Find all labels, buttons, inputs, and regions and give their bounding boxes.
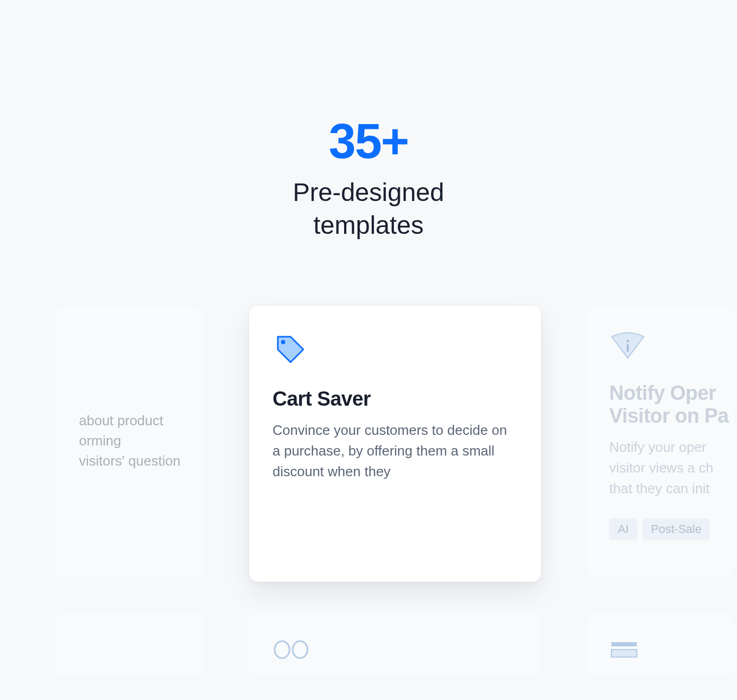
badge-ai: AI <box>609 518 637 540</box>
template-cards-row-2 <box>0 614 737 677</box>
svg-point-3 <box>275 641 289 658</box>
svg-rect-2 <box>627 344 629 352</box>
tag-icon <box>273 331 517 369</box>
template-count: 35+ <box>0 117 737 165</box>
card-title: Notify Oper Visitor on Pa <box>609 382 711 427</box>
template-card-stub[interactable] <box>56 614 204 677</box>
template-cards-row: about product orming visitors' questions… <box>0 306 737 582</box>
card-icon <box>609 639 639 662</box>
template-card-partial-left[interactable]: about product orming visitors' questions <box>56 306 204 576</box>
template-card-stub[interactable] <box>249 614 541 677</box>
svg-point-0 <box>281 340 285 344</box>
section-subtitle: Pre-designed templates <box>0 176 737 242</box>
wifi-info-icon <box>609 331 711 363</box>
section-header: 35+ Pre-designed templates <box>0 117 737 242</box>
badge-post-sale: Post-Sale <box>643 518 710 540</box>
card-badges: AI Post-Sale <box>609 518 711 540</box>
template-card-cart-saver[interactable]: Cart Saver Convince your customers to de… <box>249 306 541 582</box>
svg-point-1 <box>627 339 629 342</box>
eyes-icon <box>273 639 310 662</box>
svg-rect-6 <box>611 650 637 657</box>
card-title: Cart Saver <box>273 388 517 410</box>
card-description: Convince your customers to decide on a p… <box>273 420 517 482</box>
templates-section: 35+ Pre-designed templates about product… <box>0 0 737 700</box>
template-card-notify-operator[interactable]: Notify Oper Visitor on Pa Notify your op… <box>586 306 734 575</box>
card-description: Notify your oper visitor views a ch that… <box>609 437 711 499</box>
svg-rect-5 <box>611 642 637 646</box>
svg-point-4 <box>293 641 308 658</box>
template-card-stub[interactable] <box>586 614 734 677</box>
card-description: about product orming visitors' questions <box>79 411 181 471</box>
